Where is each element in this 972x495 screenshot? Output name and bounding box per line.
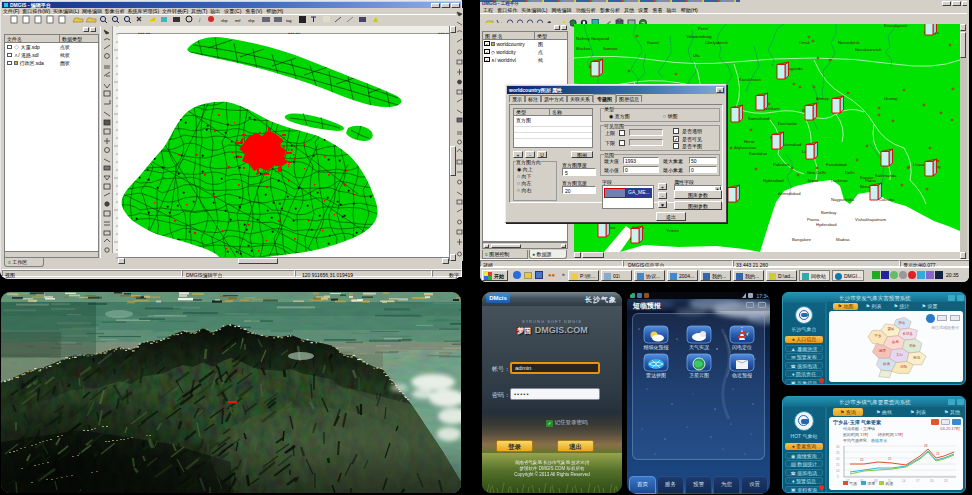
svg-text:Vishakhapatnam: Vishakhapatnam (855, 217, 887, 222)
svg-text:Nizhniy Novgorod: Nizhniy Novgorod (576, 36, 610, 41)
svg-text:New Delhi: New Delhi (807, 170, 826, 175)
svg-text:Lhasa: Lhasa (913, 162, 925, 167)
svg-text:卫星云图: 卫星云图 (689, 372, 709, 379)
svg-text:Novokuznetsk: Novokuznetsk (855, 47, 882, 52)
svg-text:25: 25 (836, 451, 840, 455)
svg-text:28: 28 (924, 444, 928, 448)
svg-text:Herat: Herat (744, 139, 755, 144)
svg-text:长沙县: 长沙县 (902, 331, 913, 336)
svg-text:Hyderabad: Hyderabad (763, 178, 784, 183)
svg-text:Kazan': Kazan' (647, 40, 660, 45)
svg-text:10: 10 (836, 469, 840, 473)
svg-text:Kandahar: Kandahar (749, 151, 768, 156)
svg-text:shp: shp (221, 18, 228, 23)
svg-text:Urumqi: Urumqi (884, 96, 898, 101)
svg-text:临近预报: 临近预报 (732, 372, 752, 379)
svg-text:5: 5 (837, 475, 839, 479)
svg-text:浏阳: 浏阳 (900, 365, 907, 369)
svg-text:Moskva: Moskva (576, 46, 591, 51)
svg-text:Chelyabinsk: Chelyabinsk (705, 40, 729, 45)
svg-text:/: / (199, 17, 201, 23)
svg-text:Jaipur: Jaipur (807, 178, 819, 183)
svg-text:Samara: Samara (603, 46, 618, 51)
svg-text:23: 23 (944, 479, 948, 483)
svg-text:Novosibirsk: Novosibirsk (838, 40, 861, 45)
svg-text:Lucknow: Lucknow (831, 178, 849, 183)
svg-text:17: 17 (916, 479, 920, 483)
svg-text:Bangalore: Bangalore (792, 237, 812, 242)
svg-text:天心: 天心 (896, 352, 903, 357)
svg-text:20: 20 (836, 457, 840, 461)
svg-text:Afghanistan: Afghanistan (734, 145, 757, 150)
svg-text:湘潭: 湘潭 (879, 348, 886, 353)
svg-text:Perm': Perm' (698, 26, 709, 31)
svg-text:开福: 开福 (898, 320, 905, 325)
svg-text:株洲: 株洲 (882, 362, 890, 366)
svg-text:Ahmedabad: Ahmedabad (778, 191, 801, 196)
svg-text:Kazakhstan: Kazakhstan (739, 77, 762, 82)
svg-text:mif: mif (235, 18, 241, 23)
svg-text:Madras: Madras (836, 237, 850, 242)
svg-text:Samarkand: Samarkand (748, 116, 770, 121)
svg-text:20: 20 (930, 479, 934, 483)
svg-text:India: India (845, 197, 855, 202)
svg-text:Kathmandu: Kathmandu (875, 173, 897, 178)
svg-text:15: 15 (836, 463, 840, 467)
svg-text:望城: 望城 (887, 326, 894, 331)
svg-text:30: 30 (836, 445, 840, 449)
svg-text:雨花: 雨花 (913, 355, 920, 360)
svg-text:Omsk: Omsk (799, 40, 811, 45)
svg-text:芙蓉: 芙蓉 (909, 344, 916, 348)
svg-text:tag: tag (286, 18, 292, 23)
svg-text:精细化预报: 精细化预报 (644, 344, 669, 351)
svg-text:天气实况: 天气实况 (689, 344, 709, 351)
svg-text:宁乡: 宁乡 (874, 334, 881, 338)
svg-text:Yekaterinburg: Yekaterinburg (686, 34, 712, 39)
svg-text:20: 20 (860, 458, 864, 462)
svg-text:Patna: Patna (865, 178, 877, 183)
svg-text:21: 21 (888, 457, 892, 461)
svg-text:Faisalabad: Faisalabad (826, 162, 847, 167)
svg-text:Bombay: Bombay (821, 210, 837, 215)
svg-text:雷达拼图: 雷达拼图 (646, 372, 666, 379)
svg-text:Dushanbe: Dushanbe (778, 121, 798, 126)
svg-text:Krasnoyarsk: Krasnoyarsk (884, 24, 908, 28)
svg-text:Nagpur: Nagpur (831, 197, 845, 202)
svg-text:岳麓: 岳麓 (892, 340, 899, 344)
svg-text:Pakistan: Pakistan (773, 162, 790, 167)
svg-text:Calcutta: Calcutta (879, 197, 895, 202)
svg-text:Almaty: Almaty (816, 96, 830, 101)
svg-text:Islamabad: Islamabad (782, 142, 802, 147)
svg-text:Yemen: Yemen (666, 228, 680, 233)
svg-text:shp: shp (248, 18, 255, 23)
svg-text:Ufa: Ufa (693, 53, 700, 58)
svg-text:闪电定位: 闪电定位 (732, 344, 752, 351)
svg-text:14: 14 (902, 479, 906, 483)
svg-text:24: 24 (936, 452, 940, 456)
svg-text:Delhi: Delhi (845, 170, 855, 175)
svg-text:Hyderabad: Hyderabad (816, 222, 837, 227)
